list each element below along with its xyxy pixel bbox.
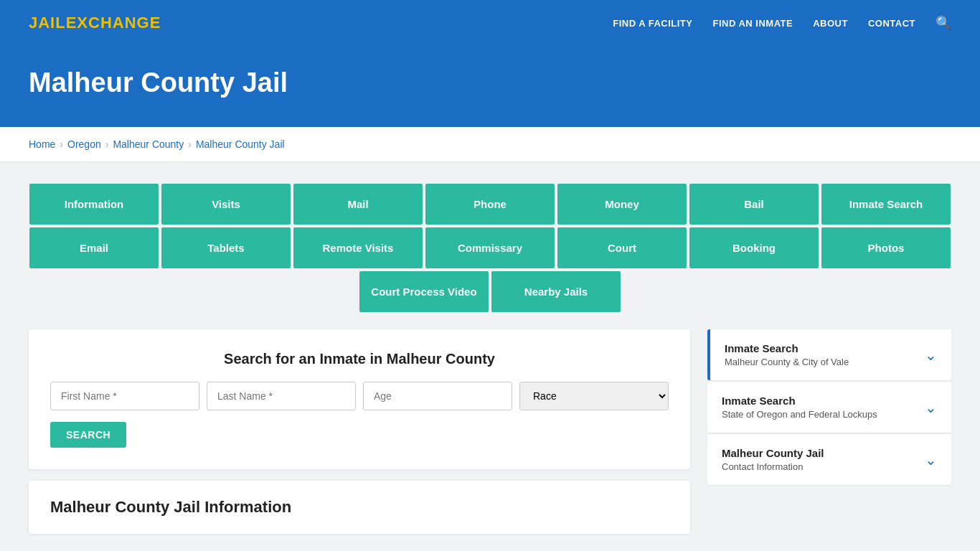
btn-money[interactable]: Money bbox=[557, 184, 687, 225]
breadcrumb: Home › Oregon › Malheur County › Malheur… bbox=[0, 127, 980, 162]
site-logo[interactable]: JAILEXCHANGE bbox=[29, 14, 161, 32]
age-input[interactable] bbox=[363, 382, 512, 410]
btn-court[interactable]: Court bbox=[557, 227, 687, 268]
breadcrumb-sep-3: › bbox=[188, 138, 192, 150]
nav-contact[interactable]: CONTACT bbox=[868, 18, 915, 29]
main-area: Information Visits Mail Phone Money Bail… bbox=[0, 162, 980, 551]
btn-booking[interactable]: Booking bbox=[689, 227, 819, 268]
breadcrumb-sep-2: › bbox=[105, 138, 109, 150]
sidebar-local-title: Inmate Search bbox=[725, 342, 849, 354]
bottom-title: Malheur County Jail Information bbox=[50, 498, 669, 517]
breadcrumb-malheur-county[interactable]: Malheur County bbox=[113, 138, 184, 150]
grid-row-3: Court Process Video Nearby Jails bbox=[29, 271, 951, 312]
hero-section: Malheur County Jail bbox=[0, 46, 980, 127]
search-form: Race White Black Hispanic Asian bbox=[50, 382, 669, 410]
sidebar-state-title: Inmate Search bbox=[722, 395, 877, 407]
page-title: Malheur County Jail bbox=[29, 67, 951, 98]
chevron-down-icon-2: ⌄ bbox=[925, 399, 937, 416]
breadcrumb-sep-1: › bbox=[60, 138, 63, 150]
sidebar-panel: Inmate Search Malheur County & City of V… bbox=[707, 329, 951, 485]
btn-bail[interactable]: Bail bbox=[689, 184, 819, 225]
last-name-input[interactable] bbox=[207, 382, 356, 410]
race-select[interactable]: Race White Black Hispanic Asian bbox=[519, 382, 669, 410]
btn-tablets[interactable]: Tablets bbox=[161, 227, 291, 268]
sidebar-state-subtitle: State of Oregon and Federal Lockups bbox=[722, 409, 877, 420]
lower-section: Search for an Inmate in Malheur County R… bbox=[29, 329, 951, 534]
btn-remote-visits[interactable]: Remote Visits bbox=[293, 227, 423, 268]
first-name-input[interactable] bbox=[50, 382, 199, 410]
nav-find-facility[interactable]: FIND A FACILITY bbox=[613, 18, 692, 29]
btn-phone[interactable]: Phone bbox=[425, 184, 555, 225]
btn-mail[interactable]: Mail bbox=[293, 184, 423, 225]
sidebar-card-contact-text: Malheur County Jail Contact Information bbox=[722, 447, 824, 472]
btn-nearby-jails[interactable]: Nearby Jails bbox=[491, 271, 621, 312]
search-panel: Search for an Inmate in Malheur County R… bbox=[29, 329, 690, 469]
nav-find-inmate[interactable]: FIND AN INMATE bbox=[712, 18, 793, 29]
feature-grid: Information Visits Mail Phone Money Bail… bbox=[29, 184, 951, 312]
grid-row-1: Information Visits Mail Phone Money Bail… bbox=[29, 184, 951, 225]
breadcrumb-home[interactable]: Home bbox=[29, 138, 55, 150]
sidebar-contact-subtitle: Contact Information bbox=[722, 461, 824, 472]
logo-jail: JAIL bbox=[29, 14, 66, 32]
sidebar-card-state-text: Inmate Search State of Oregon and Federa… bbox=[722, 395, 877, 420]
btn-email[interactable]: Email bbox=[29, 227, 159, 268]
sidebar-local-subtitle: Malheur County & City of Vale bbox=[725, 357, 849, 367]
sidebar-card-local[interactable]: Inmate Search Malheur County & City of V… bbox=[707, 329, 951, 380]
search-button[interactable]: SEARCH bbox=[50, 422, 126, 448]
navbar: JAILEXCHANGE FIND A FACILITY FIND AN INM… bbox=[0, 0, 980, 46]
btn-court-process-video[interactable]: Court Process Video bbox=[359, 271, 489, 312]
btn-information[interactable]: Information bbox=[29, 184, 159, 225]
btn-commissary[interactable]: Commissary bbox=[425, 227, 555, 268]
breadcrumb-current: Malheur County Jail bbox=[196, 138, 285, 150]
search-title: Search for an Inmate in Malheur County bbox=[50, 351, 669, 367]
nav-about[interactable]: ABOUT bbox=[813, 18, 848, 29]
nav-links: FIND A FACILITY FIND AN INMATE ABOUT CON… bbox=[613, 15, 951, 31]
chevron-down-icon-3: ⌄ bbox=[925, 451, 937, 468]
btn-photos[interactable]: Photos bbox=[821, 227, 951, 268]
btn-inmate-search[interactable]: Inmate Search bbox=[821, 184, 951, 225]
sidebar-contact-title: Malheur County Jail bbox=[722, 447, 824, 459]
bottom-info-section: Malheur County Jail Information bbox=[29, 481, 690, 534]
breadcrumb-oregon[interactable]: Oregon bbox=[67, 138, 101, 150]
sidebar-card-contact[interactable]: Malheur County Jail Contact Information … bbox=[707, 434, 951, 485]
chevron-down-icon: ⌄ bbox=[925, 347, 937, 364]
btn-visits[interactable]: Visits bbox=[161, 184, 291, 225]
logo-exchange: EXCHANGE bbox=[66, 14, 161, 32]
grid-row-2: Email Tablets Remote Visits Commissary C… bbox=[29, 227, 951, 268]
sidebar-card-state[interactable]: Inmate Search State of Oregon and Federa… bbox=[707, 382, 951, 433]
search-icon[interactable]: 🔍 bbox=[936, 15, 951, 31]
sidebar-card-local-text: Inmate Search Malheur County & City of V… bbox=[725, 342, 849, 367]
